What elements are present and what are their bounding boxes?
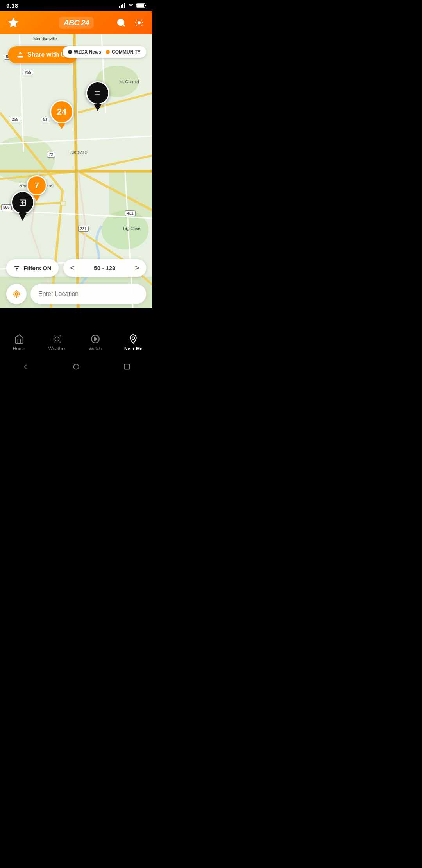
upload-icon [16,51,24,59]
watch-icon [90,334,100,344]
pagination-control[interactable]: < 50 - 123 > [63,259,146,277]
svg-line-30 [54,342,55,343]
svg-point-23 [55,337,59,341]
system-nav [0,358,152,375]
cluster-count-24: 24 [50,100,73,124]
near-me-icon [128,334,138,344]
community-dot [106,50,110,54]
svg-line-31 [60,336,61,337]
svg-marker-33 [95,337,97,341]
status-bar: 9:18 [0,0,152,11]
nav-watch[interactable]: Watch [76,330,114,355]
pin-marker-news[interactable]: ≡ [86,81,109,111]
svg-rect-6 [137,4,144,7]
filters-icon [13,265,20,272]
svg-rect-0 [119,6,120,8]
nav-near-me[interactable]: Near Me [114,330,153,355]
pin-tail-photo [19,213,27,221]
recents-button[interactable] [119,359,135,375]
home-button[interactable] [68,359,84,375]
back-icon [21,363,29,371]
map-legend: WZDX News COMMUNITY [63,46,146,58]
svg-rect-3 [124,3,125,8]
photo-icon: ⊞ [12,192,33,213]
nav-near-me-label: Near Me [124,346,143,352]
pagination-range: 50 - 123 [94,265,115,271]
svg-rect-5 [145,5,146,6]
nav-weather-label: Weather [48,346,66,352]
svg-line-27 [60,342,61,343]
search-button[interactable] [114,16,128,30]
pin-head-news: ≡ [86,81,109,105]
gps-icon [12,289,21,299]
svg-point-35 [73,364,79,369]
svg-line-26 [54,336,55,337]
app-logo: ABC 24 [59,18,93,28]
bottom-nav: Home Weather Watch [0,327,152,358]
cluster-tail-24 [58,123,66,129]
pin-tail-news [94,104,102,111]
svg-point-22 [14,291,19,297]
svg-point-10 [138,22,140,24]
pin-head-photo: ⊞ [11,191,34,214]
svg-rect-36 [124,364,129,369]
weather-icon [52,334,62,344]
svg-point-34 [132,337,135,340]
signal-icon [119,3,125,8]
cluster-marker-24[interactable]: 24 [50,100,73,129]
pagination-prev[interactable]: < [70,264,75,272]
favorite-button[interactable] [6,16,20,30]
nav-weather[interactable]: Weather [38,330,77,355]
settings-button[interactable] [132,16,146,30]
svg-point-21 [15,293,18,295]
circle-icon [72,363,80,371]
svg-rect-17 [61,201,65,205]
status-time: 9:18 [6,2,18,9]
svg-marker-7 [9,18,18,27]
gps-button[interactable] [6,284,27,304]
legend-wzdx: WZDX News [68,49,101,55]
nav-home-label: Home [13,346,25,352]
location-bar [6,284,146,304]
svg-line-9 [123,25,125,26]
filters-bar: Filters ON < 50 - 123 > [0,259,152,277]
legend-community: COMMUNITY [106,49,141,55]
square-icon [123,363,131,371]
location-input[interactable] [30,284,146,304]
gear-icon [134,18,144,27]
filters-button[interactable]: Filters ON [6,259,59,277]
battery-icon [136,3,146,8]
news-icon: ≡ [87,82,108,104]
back-button[interactable] [18,359,33,375]
svg-rect-1 [121,5,122,8]
wifi-icon [128,3,134,8]
map-container[interactable]: Moores MillMeridianvilleMt CarmelChaseHu… [0,34,152,308]
search-icon [116,18,126,27]
status-icons [119,3,146,8]
nav-home[interactable]: Home [0,330,38,355]
svg-point-8 [118,19,124,25]
svg-rect-2 [122,4,123,8]
header: ABC 24 [0,11,152,34]
nav-watch-label: Watch [89,346,102,352]
home-icon [14,334,24,344]
pagination-next[interactable]: > [135,264,139,272]
wzdx-dot [68,50,72,54]
star-icon [8,18,18,28]
pin-marker-photo[interactable]: ⊞ [11,191,34,221]
